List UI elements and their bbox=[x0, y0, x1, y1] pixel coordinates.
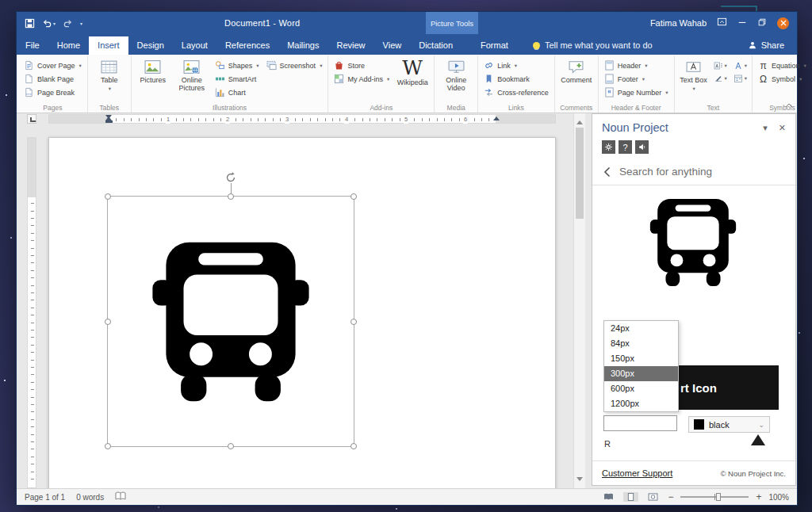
shapes-button[interactable]: Shapes ▾ bbox=[213, 59, 262, 71]
document-canvas[interactable] bbox=[17, 124, 573, 488]
minimize-button[interactable] bbox=[737, 16, 747, 30]
bookmark-button[interactable]: Bookmark bbox=[481, 73, 551, 85]
page-indicator[interactable]: Page 1 of 1 bbox=[25, 493, 65, 502]
undo-icon[interactable]: ▾ bbox=[42, 18, 56, 29]
tell-me-box[interactable]: Tell me what you want to do bbox=[525, 36, 661, 55]
zoom-slider[interactable] bbox=[680, 496, 749, 498]
custom-size-input[interactable] bbox=[603, 415, 677, 431]
size-option-150px[interactable]: 150px bbox=[604, 351, 678, 366]
zoom-slider-thumb[interactable] bbox=[716, 493, 721, 501]
my-addins-button[interactable]: My Add-ins ▾ bbox=[331, 73, 392, 85]
read-mode-icon[interactable] bbox=[601, 492, 616, 502]
proofing-icon[interactable] bbox=[115, 491, 126, 502]
redo-icon[interactable] bbox=[63, 18, 73, 29]
word-count[interactable]: 0 words bbox=[76, 493, 104, 502]
online-video-button[interactable]: Online Video bbox=[438, 57, 474, 103]
chart-button[interactable]: Chart bbox=[213, 86, 262, 98]
scroll-down-icon[interactable] bbox=[576, 477, 583, 484]
size-option-84px[interactable]: 84px bbox=[604, 336, 678, 351]
header-button[interactable]: Header ▾ bbox=[602, 59, 671, 71]
user-name[interactable]: Fatima Wahab bbox=[650, 18, 707, 28]
wordart-button[interactable]: ▾ bbox=[732, 60, 749, 71]
size-option-24px[interactable]: 24px bbox=[604, 321, 678, 336]
rotate-handle[interactable] bbox=[224, 171, 237, 184]
resize-handle-top-middle[interactable] bbox=[228, 193, 234, 200]
pane-options-chevron-icon[interactable]: ▾ bbox=[763, 123, 768, 133]
right-indent-marker[interactable] bbox=[493, 117, 500, 120]
resize-handle-middle-right[interactable] bbox=[350, 319, 357, 325]
store-button[interactable]: Store bbox=[331, 59, 392, 71]
wikipedia-button[interactable]: W Wikipedia bbox=[394, 57, 431, 103]
save-icon[interactable] bbox=[25, 18, 35, 29]
tab-review[interactable]: Review bbox=[328, 36, 374, 55]
search-bar[interactable]: Search for anything bbox=[592, 159, 795, 185]
ribbon-display-options-icon[interactable] bbox=[717, 16, 727, 30]
tab-dictation[interactable]: Dictation bbox=[410, 36, 462, 55]
color-dropdown[interactable]: black ⌄ bbox=[688, 416, 770, 433]
tab-references[interactable]: References bbox=[216, 36, 278, 55]
screenshot-button[interactable]: Screenshot ▾ bbox=[264, 59, 325, 71]
tab-home[interactable]: Home bbox=[48, 36, 89, 55]
tab-selector[interactable] bbox=[27, 114, 36, 124]
footer-button[interactable]: Footer ▾ bbox=[602, 73, 671, 85]
cross-reference-button[interactable]: Cross-reference bbox=[481, 86, 551, 98]
size-option-300px-selected[interactable]: 300px bbox=[604, 366, 678, 381]
tab-mailings[interactable]: Mailings bbox=[278, 36, 327, 55]
insert-icon-button[interactable]: rt Icon bbox=[672, 365, 779, 410]
document-scrollbar[interactable] bbox=[573, 113, 585, 488]
tab-file[interactable]: File bbox=[17, 36, 48, 55]
bus-image[interactable] bbox=[150, 238, 312, 406]
scrollbar-thumb[interactable] bbox=[576, 128, 584, 219]
announcement-icon[interactable] bbox=[635, 140, 649, 154]
comment-button[interactable]: Comment bbox=[558, 57, 595, 103]
share-button[interactable]: Share bbox=[735, 36, 797, 55]
date-time-button[interactable]: ▾ bbox=[732, 73, 749, 84]
resize-handle-middle-left[interactable] bbox=[105, 319, 111, 325]
print-layout-icon[interactable] bbox=[623, 492, 638, 502]
document-page[interactable] bbox=[48, 137, 556, 488]
settings-gear-icon[interactable] bbox=[602, 140, 615, 154]
tab-format[interactable]: Format bbox=[472, 36, 517, 55]
customer-support-link[interactable]: Customer Support bbox=[602, 468, 672, 478]
equation-button[interactable]: π Equation ▾ bbox=[756, 59, 809, 71]
web-layout-icon[interactable] bbox=[645, 492, 661, 502]
restore-button[interactable] bbox=[757, 16, 767, 30]
left-indent-marker[interactable] bbox=[105, 120, 113, 123]
online-pictures-button[interactable]: Online Pictures bbox=[174, 57, 210, 103]
quick-parts-button[interactable]: ▾ bbox=[712, 60, 729, 71]
horizontal-ruler[interactable]: 1 2 3 4 5 6 bbox=[39, 114, 562, 124]
page-number-button[interactable]: Page Number ▾ bbox=[602, 86, 671, 98]
collapse-ribbon-icon[interactable] bbox=[785, 97, 793, 111]
tab-insert[interactable]: Insert bbox=[89, 36, 128, 55]
help-icon[interactable]: ? bbox=[619, 140, 632, 154]
customize-qat-icon[interactable]: ▾ bbox=[80, 21, 82, 26]
cover-page-button[interactable]: Cover Page ▾ bbox=[21, 59, 84, 71]
signature-line-button[interactable]: ▾ bbox=[712, 73, 729, 84]
scroll-up-icon[interactable] bbox=[576, 117, 583, 124]
resize-handle-top-right[interactable] bbox=[350, 193, 357, 200]
resize-handle-bottom-right[interactable] bbox=[350, 443, 357, 449]
resize-handle-top-left[interactable] bbox=[105, 193, 111, 200]
text-box-button[interactable]: Text Box ▾ bbox=[678, 57, 710, 103]
link-button[interactable]: Link ▾ bbox=[481, 59, 551, 71]
size-option-1200px[interactable]: 1200px bbox=[604, 396, 678, 411]
tab-view[interactable]: View bbox=[374, 36, 411, 55]
resize-handle-bottom-middle[interactable] bbox=[228, 443, 234, 449]
page-break-button[interactable]: Page Break bbox=[21, 86, 84, 98]
zoom-in-icon[interactable]: + bbox=[756, 491, 761, 502]
close-button[interactable] bbox=[777, 17, 789, 29]
pane-close-icon[interactable]: ✕ bbox=[779, 123, 786, 133]
size-option-600px[interactable]: 600px bbox=[604, 381, 678, 396]
symbol-button[interactable]: Ω Symbol ▾ bbox=[756, 73, 809, 85]
bus-icon-preview[interactable] bbox=[649, 197, 737, 288]
resize-handle-bottom-left[interactable] bbox=[105, 443, 111, 449]
smartart-button[interactable]: SmartArt bbox=[213, 73, 262, 85]
zoom-out-icon[interactable]: − bbox=[668, 491, 673, 502]
zoom-level[interactable]: 100% bbox=[768, 493, 789, 502]
tab-layout[interactable]: Layout bbox=[173, 36, 216, 55]
image-selection-box[interactable] bbox=[107, 196, 354, 447]
blank-page-button[interactable]: Blank Page bbox=[21, 73, 84, 85]
table-button[interactable]: Table ▾ bbox=[91, 57, 128, 103]
pictures-button[interactable]: Pictures bbox=[135, 57, 171, 103]
tab-design[interactable]: Design bbox=[128, 36, 173, 55]
